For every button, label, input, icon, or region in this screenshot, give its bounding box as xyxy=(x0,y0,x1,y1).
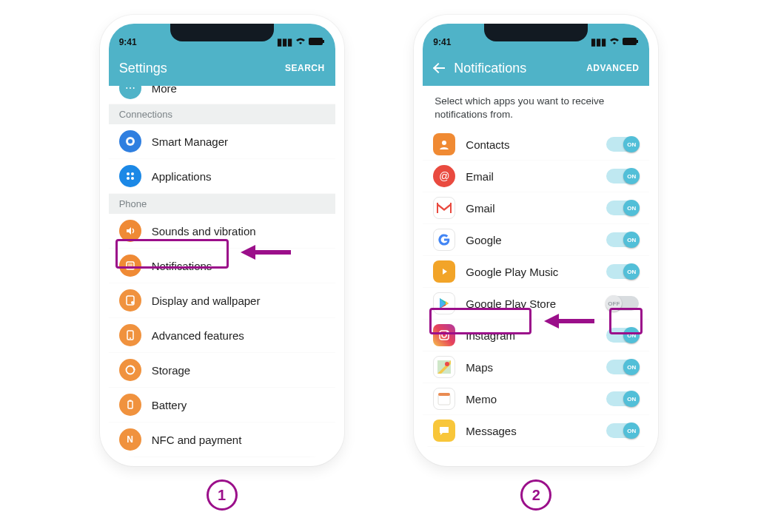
back-icon[interactable] xyxy=(433,61,446,75)
list-item-display[interactable]: Display and wallpaper xyxy=(109,283,335,318)
notch xyxy=(484,24,588,41)
svg-rect-18 xyxy=(129,400,131,402)
toggle-gmail[interactable]: ON xyxy=(606,201,639,215)
contacts-icon xyxy=(433,133,455,155)
app-label: Instagram xyxy=(466,329,515,342)
svg-point-5 xyxy=(131,172,134,175)
advanced-action[interactable]: ADVANCED xyxy=(586,63,639,73)
storage-icon xyxy=(119,359,141,381)
svg-rect-1 xyxy=(323,40,324,43)
email-icon: @ xyxy=(433,165,455,187)
svg-rect-37 xyxy=(438,394,450,405)
step-number: 1 xyxy=(218,487,226,504)
toggle-maps[interactable]: ON xyxy=(606,360,639,374)
toggle-google[interactable]: ON xyxy=(606,232,639,247)
memo-icon xyxy=(433,388,455,410)
play-store-icon xyxy=(433,292,455,314)
list-item-label: Notifications xyxy=(152,260,212,272)
toggle-memo[interactable]: ON xyxy=(606,391,639,406)
settings-list[interactable]: ⋯ More Connections Smart Manager xyxy=(109,86,335,457)
google-icon xyxy=(433,229,455,251)
toggle-contacts[interactable]: ON xyxy=(606,137,639,152)
app-label: Memo xyxy=(466,393,497,405)
list-item-label: NFC and payment xyxy=(152,434,242,446)
app-row-play-music[interactable]: Google Play Music ON xyxy=(423,256,649,288)
phone-2-column: 9:41 ▮▮▮ Notifications xyxy=(414,15,658,532)
svg-point-13 xyxy=(131,301,134,304)
section-phone: Phone xyxy=(109,194,335,214)
svg-point-3 xyxy=(128,139,133,144)
app-row-memo[interactable]: Memo ON xyxy=(423,383,649,415)
display-icon xyxy=(119,289,141,312)
messages-icon xyxy=(433,420,455,442)
svg-point-4 xyxy=(127,172,130,175)
svg-rect-24 xyxy=(437,203,452,213)
list-item-more[interactable]: ⋯ More xyxy=(109,86,335,104)
step-badge-1: 1 xyxy=(207,479,238,511)
list-item-label: Smart Manager xyxy=(152,135,228,148)
status-time: 9:41 xyxy=(119,37,137,47)
svg-rect-21 xyxy=(623,38,637,45)
notifications-icon xyxy=(119,255,141,277)
status-indicators: ▮▮▮ xyxy=(591,36,639,47)
notch xyxy=(170,24,274,41)
applications-icon xyxy=(119,165,141,187)
wifi-icon xyxy=(609,36,620,47)
play-music-icon xyxy=(433,260,455,283)
sounds-icon xyxy=(119,220,141,242)
phone-2-frame: 9:41 ▮▮▮ Notifications xyxy=(414,15,658,466)
toggle-messages[interactable]: ON xyxy=(606,423,639,438)
app-bar: Notifications ADVANCED xyxy=(423,50,649,86)
app-label: Google Play Music xyxy=(466,266,558,278)
phone-1-screen: 9:41 ▮▮▮ Settings SEARCH xyxy=(109,24,335,457)
phone-1-column: 9:41 ▮▮▮ Settings SEARCH xyxy=(100,15,344,532)
app-row-maps[interactable]: Maps ON xyxy=(423,351,649,383)
list-item-storage[interactable]: Storage xyxy=(109,353,335,388)
list-item-nfc[interactable]: N NFC and payment xyxy=(109,422,335,457)
app-row-google[interactable]: Google ON xyxy=(423,224,649,256)
phone-2-screen: 9:41 ▮▮▮ Notifications xyxy=(423,24,649,457)
more-icon: ⋯ xyxy=(119,86,141,99)
app-label: Google Play Store xyxy=(466,297,556,310)
search-action[interactable]: SEARCH xyxy=(285,63,325,73)
notifications-list[interactable]: Select which apps you want to receive no… xyxy=(423,86,649,457)
svg-point-36 xyxy=(445,362,449,366)
app-row-play-store[interactable]: Google Play Store OFF xyxy=(423,288,649,320)
gmail-icon xyxy=(433,197,455,219)
list-item-battery[interactable]: Battery xyxy=(109,388,335,422)
app-label: Gmail xyxy=(466,202,494,215)
app-row-messages[interactable]: Messages ON xyxy=(423,415,649,447)
toggle-play-store[interactable]: OFF xyxy=(606,296,639,311)
list-item-label: More xyxy=(152,86,177,95)
status-indicators: ▮▮▮ xyxy=(277,36,325,47)
page-title: Settings xyxy=(119,61,167,76)
svg-point-7 xyxy=(131,177,134,180)
app-row-contacts[interactable]: Contacts ON xyxy=(423,129,649,161)
toggle-instagram[interactable]: ON xyxy=(606,328,639,343)
advanced-icon xyxy=(119,324,141,346)
app-row-email[interactable]: @ Email ON xyxy=(423,161,649,192)
app-row-gmail[interactable]: Gmail ON xyxy=(423,192,649,224)
list-item-sounds[interactable]: Sounds and vibration xyxy=(109,214,335,249)
list-item-label: Storage xyxy=(152,364,191,377)
app-row-instagram[interactable]: Instagram ON xyxy=(423,320,649,351)
list-item-label: Battery xyxy=(152,399,187,411)
battery-icon xyxy=(119,394,141,416)
svg-point-6 xyxy=(127,177,130,180)
wifi-icon xyxy=(295,36,306,47)
toggle-email[interactable]: ON xyxy=(606,169,639,183)
list-item-label: Applications xyxy=(152,170,212,183)
step-number: 2 xyxy=(532,487,540,504)
battery-icon xyxy=(623,36,639,47)
svg-rect-38 xyxy=(438,393,450,396)
page-title: Notifications xyxy=(454,61,526,76)
app-label: Maps xyxy=(466,361,493,374)
list-item-smart-manager[interactable]: Smart Manager xyxy=(109,124,335,159)
smart-manager-icon xyxy=(119,130,141,152)
list-item-advanced[interactable]: Advanced features xyxy=(109,318,335,353)
section-connections: Connections xyxy=(109,104,335,124)
list-item-notifications[interactable]: Notifications xyxy=(109,249,335,283)
toggle-play-music[interactable]: ON xyxy=(606,264,639,279)
list-item-applications[interactable]: Applications xyxy=(109,159,335,194)
app-label: Messages xyxy=(466,425,516,437)
